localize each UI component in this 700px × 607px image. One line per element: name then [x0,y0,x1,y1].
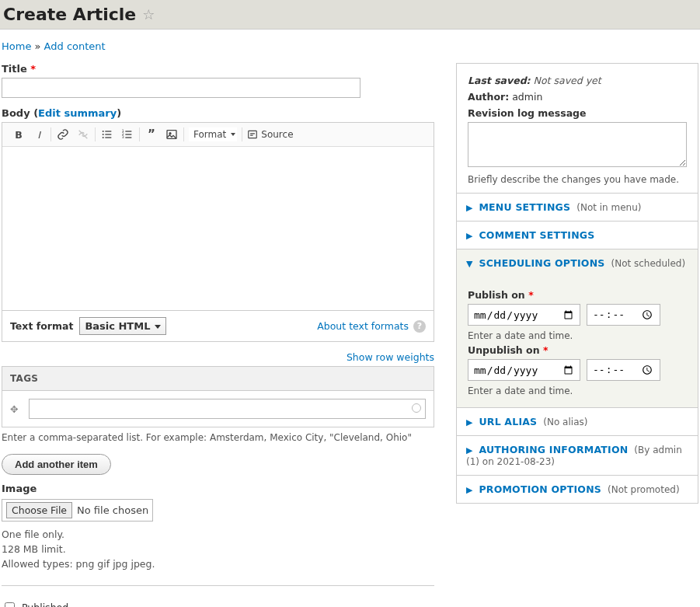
unpublish-on-label: Unpublish on * [468,344,687,356]
published-label: Published [22,602,68,607]
svg-point-5 [103,137,104,138]
image-hint-2: 128 MB limit. [2,542,434,557]
svg-rect-12 [125,137,131,138]
revlog-label: Revision log message [468,107,687,119]
svg-rect-8 [125,131,131,131]
publish-time-input[interactable] [587,304,660,326]
image-hint-1: One file only. [2,528,434,542]
text-format-label: Text format [10,320,73,332]
add-another-item-button[interactable]: Add another item [2,454,111,475]
image-icon-button[interactable] [165,127,179,141]
svg-text:3: 3 [122,135,124,139]
caret-down-icon: ▼ [466,259,472,269]
svg-rect-6 [105,137,111,138]
choose-file-button[interactable]: Choose File [6,502,72,518]
url-alias-toggle[interactable]: ▶ URL ALIAS (No alias) [457,408,698,436]
caret-right-icon: ▶ [466,445,472,455]
unlink-icon-button[interactable] [76,127,90,141]
breadcrumb-addcontent-link[interactable]: Add content [44,40,106,52]
published-checkbox[interactable] [5,602,15,607]
scheduling-options-toggle[interactable]: ▼ SCHEDULING OPTIONS (Not scheduled) [457,249,698,277]
publish-hint: Enter a date and time. [468,330,687,341]
author-label: Author: [468,91,509,103]
title-label: Title * [2,63,36,75]
page-title: Create Article [3,5,136,24]
tags-header: TAGS [2,366,434,391]
authoring-info-toggle[interactable]: ▶ AUTHORING INFORMATION (By admin (1) on… [457,436,698,476]
breadcrumb-sep: » [31,40,44,52]
bold-button[interactable]: B [12,127,26,141]
source-button[interactable]: Source [247,129,293,140]
svg-point-1 [103,131,104,132]
image-label: Image [2,483,434,494]
image-hint-3: Allowed types: png gif jpg jpeg. [2,557,434,572]
show-row-weights-link[interactable]: Show row weights [347,351,434,363]
blockquote-icon-button[interactable]: ” [145,127,158,141]
drag-handle-icon[interactable]: ✥ [10,403,18,415]
publish-date-input[interactable] [468,304,580,326]
revision-block: Last saved: Not saved yet Author: admin … [457,64,698,194]
revision-log-textarea[interactable] [468,122,687,167]
edit-summary-link[interactable]: Edit summary [38,107,117,119]
about-text-formats-link[interactable]: About text formats [317,320,409,332]
text-format-select[interactable]: Basic HTML [79,317,166,335]
svg-rect-2 [105,131,111,131]
required-marker: * [30,63,36,75]
title-input[interactable] [2,78,360,98]
caret-right-icon: ▶ [466,231,472,241]
svg-rect-4 [105,134,111,134]
main-column: Title * Body (Edit summary) B I [2,63,434,607]
caret-right-icon: ▶ [466,485,472,495]
tags-row: ✥ [2,391,434,427]
file-input-row: Choose File No file chosen [2,499,153,522]
italic-button[interactable]: I [32,127,46,141]
link-icon-button[interactable] [56,127,70,141]
help-icon[interactable]: ? [413,320,426,333]
numbered-list-icon-button[interactable]: 123 [120,127,134,141]
tags-hint: Enter a comma-separated list. For exampl… [2,432,434,443]
page-header: Create Article ☆ [0,0,700,30]
lastsaved-label: Last saved: [468,75,531,86]
unpublish-hint: Enter a date and time. [468,385,687,396]
separator [2,585,434,586]
svg-point-3 [103,134,104,135]
sidebar: Last saved: Not saved yet Author: admin … [456,63,698,504]
svg-point-14 [169,133,171,134]
comment-settings-toggle[interactable]: ▶ COMMENT SETTINGS [457,222,698,249]
format-dropdown[interactable]: Format [189,127,237,141]
editor-toolbar: B I 123 [2,123,434,147]
promotion-options-toggle[interactable]: ▶ PROMOTION OPTIONS (Not promoted) [457,476,698,503]
svg-rect-15 [249,131,257,138]
text-format-row: Text format Basic HTML About text format… [2,311,434,342]
breadcrumb-home-link[interactable]: Home [2,40,31,52]
menu-settings-toggle[interactable]: ▶ MENU SETTINGS (Not in menu) [457,194,698,222]
publish-on-label: Publish on * [468,289,687,301]
unpublish-date-input[interactable] [468,359,580,381]
favorite-star-icon[interactable]: ☆ [142,6,155,23]
author-value: admin [512,91,542,103]
breadcrumb: Home » Add content [0,30,700,63]
lastsaved-value: Not saved yet [534,75,601,86]
tags-input[interactable] [29,399,426,419]
scheduling-body: Publish on * Enter a date and time. Unpu… [457,277,698,408]
revlog-hint: Briefly describe the changes you have ma… [468,174,687,185]
unpublish-time-input[interactable] [587,359,660,381]
file-name-label: No file chosen [77,504,148,516]
svg-rect-10 [125,134,131,134]
autocomplete-icon [412,403,421,413]
rich-text-editor: B I 123 [2,122,434,311]
editor-content-area[interactable] [2,147,434,310]
body-label-row: Body (Edit summary) [2,107,434,119]
bullet-list-icon-button[interactable] [100,127,114,141]
caret-right-icon: ▶ [466,203,472,213]
caret-right-icon: ▶ [466,417,472,427]
